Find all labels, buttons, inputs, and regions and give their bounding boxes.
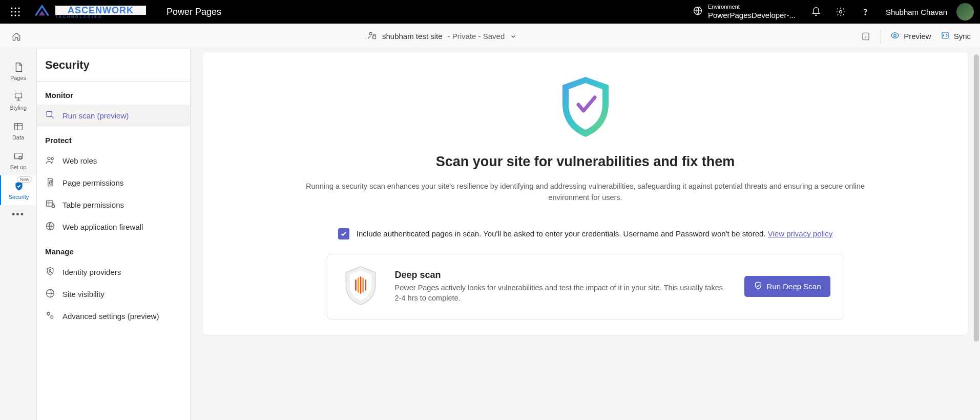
- nav-page-permissions-label: Page permissions: [62, 178, 123, 187]
- rail-security[interactable]: New Security: [0, 175, 36, 205]
- section-protect: Protect: [37, 127, 190, 150]
- home-button[interactable]: [9, 29, 24, 44]
- svg-point-0: [11, 7, 12, 9]
- nav-site-visibility[interactable]: Site visibility: [37, 283, 190, 305]
- nav-page-permissions[interactable]: Page permissions: [37, 172, 190, 194]
- logo-text-sub: TECHNOLOGIES: [55, 15, 146, 18]
- environment-picker[interactable]: Environment PowerPagesDeveloper-...: [693, 4, 796, 19]
- svg-point-3: [11, 11, 12, 12]
- hero-description: Running a security scan enhances your si…: [232, 181, 939, 204]
- nav-waf[interactable]: Web application firewall: [37, 216, 190, 238]
- svg-point-2: [18, 7, 19, 9]
- people-lock-icon: [367, 30, 377, 43]
- globe-icon: [693, 6, 703, 18]
- main-content: Scan your site for vulnerabilities and f…: [191, 49, 980, 420]
- environment-value: PowerPagesDeveloper-...: [708, 11, 796, 20]
- nav-run-scan-label: Run scan (preview): [62, 111, 129, 120]
- preview-button[interactable]: Preview: [890, 31, 931, 42]
- run-deep-scan-button[interactable]: Run Deep Scan: [744, 276, 830, 297]
- rail-setup[interactable]: Set up: [0, 146, 36, 175]
- people-icon: [45, 155, 55, 167]
- site-name: shubham test site: [382, 32, 443, 41]
- nav-identity-providers-label: Identity providers: [62, 268, 121, 276]
- svg-point-31: [51, 316, 53, 318]
- section-monitor: Monitor: [37, 82, 190, 105]
- svg-point-4: [14, 11, 16, 12]
- divider: [881, 30, 881, 43]
- svg-point-28: [49, 270, 51, 271]
- nav-web-roles-label: Web roles: [62, 156, 97, 165]
- left-rail: Pages Styling Data Set up New Security •…: [0, 49, 37, 420]
- user-avatar[interactable]: [956, 3, 974, 21]
- nav-advanced-settings[interactable]: Advanced settings (preview): [37, 305, 190, 327]
- logo-mark-icon: [34, 4, 50, 20]
- identity-icon: [45, 266, 55, 278]
- firewall-icon: [45, 221, 55, 233]
- svg-rect-24: [49, 182, 52, 184]
- svg-point-1: [14, 7, 16, 9]
- settings-gear-icon[interactable]: [836, 7, 846, 17]
- run-deep-scan-label: Run Deep Scan: [767, 282, 821, 291]
- svg-rect-19: [14, 153, 22, 159]
- command-bar: shubham test site - Private - Saved Prev…: [0, 24, 980, 49]
- nav-table-permissions[interactable]: Table permissions: [37, 194, 190, 216]
- svg-rect-13: [373, 35, 376, 38]
- section-manage: Manage: [37, 238, 190, 261]
- nav-table-permissions-label: Table permissions: [62, 201, 124, 209]
- security-sidebar: Security Monitor Run scan (preview) Prot…: [37, 49, 191, 420]
- scrollbar[interactable]: [974, 54, 979, 342]
- sync-button[interactable]: Sync: [941, 31, 971, 42]
- svg-point-8: [18, 14, 19, 16]
- notifications-icon[interactable]: [811, 7, 821, 17]
- svg-point-5: [18, 11, 19, 12]
- nav-identity-providers[interactable]: Identity providers: [37, 261, 190, 283]
- rail-setup-label: Set up: [10, 164, 27, 170]
- rail-data[interactable]: Data: [0, 116, 36, 146]
- preview-label: Preview: [904, 32, 931, 41]
- nav-run-scan[interactable]: Run scan (preview): [37, 105, 190, 127]
- deep-scan-shield-icon: [341, 265, 381, 309]
- app-launcher-icon[interactable]: [6, 3, 25, 21]
- svg-point-10: [839, 11, 842, 13]
- logo-text-main: ASCENWORK: [55, 6, 146, 15]
- deep-scan-card: Deep scan Power Pages actively looks for…: [327, 254, 844, 319]
- nav-site-visibility-label: Site visibility: [62, 290, 105, 298]
- nav-web-roles[interactable]: Web roles: [37, 150, 190, 172]
- advanced-settings-icon: [45, 310, 55, 322]
- svg-point-22: [48, 157, 50, 159]
- rail-more[interactable]: •••: [12, 209, 25, 220]
- sync-label: Sync: [954, 32, 971, 41]
- info-panel-button[interactable]: [860, 31, 871, 42]
- rail-pages-label: Pages: [10, 75, 26, 81]
- rail-security-label: Security: [9, 194, 29, 200]
- include-auth-checkbox[interactable]: [338, 228, 349, 239]
- top-header: ASCENWORK TECHNOLOGIES Power Pages Envir…: [0, 0, 980, 24]
- page-lock-icon: [45, 177, 55, 189]
- rail-styling-label: Styling: [10, 105, 27, 111]
- privacy-policy-link[interactable]: View privacy policy: [768, 229, 832, 238]
- svg-point-11: [865, 14, 866, 15]
- nav-waf-label: Web application firewall: [62, 223, 143, 231]
- app-name: Power Pages: [166, 7, 221, 17]
- shield-check-icon: [754, 281, 763, 292]
- eye-icon: [890, 31, 900, 42]
- deep-scan-title: Deep scan: [395, 270, 730, 281]
- site-status: - Private - Saved: [448, 32, 505, 41]
- help-icon[interactable]: [860, 7, 870, 17]
- rail-styling[interactable]: Styling: [0, 86, 36, 116]
- visibility-icon: [45, 288, 55, 300]
- sidebar-title: Security: [37, 49, 190, 82]
- scan-card: Scan your site for vulnerabilities and f…: [203, 52, 968, 335]
- svg-point-7: [14, 14, 16, 16]
- svg-rect-18: [14, 124, 22, 130]
- svg-point-30: [47, 312, 50, 315]
- brand-logo: ASCENWORK TECHNOLOGIES: [34, 4, 146, 20]
- svg-point-15: [894, 34, 896, 37]
- consent-text: Include authenticated pages in scan. You…: [357, 229, 768, 238]
- environment-label: Environment: [708, 4, 796, 10]
- deep-scan-description: Power Pages actively looks for vulnerabi…: [395, 283, 730, 304]
- site-picker[interactable]: shubham test site - Private - Saved: [367, 30, 517, 43]
- chevron-down-icon[interactable]: [510, 33, 517, 40]
- rail-pages[interactable]: Pages: [0, 56, 36, 86]
- rail-data-label: Data: [12, 134, 24, 141]
